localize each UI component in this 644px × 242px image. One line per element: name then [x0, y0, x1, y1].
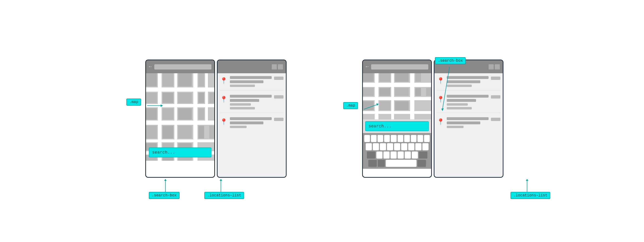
svg-rect-18 — [178, 93, 192, 103]
svg-rect-22 — [162, 108, 174, 120]
kb-key-space[interactable] — [386, 160, 416, 167]
map-area-1: search... — [146, 73, 214, 161]
loc-badge — [491, 118, 500, 121]
svg-rect-60 — [363, 101, 374, 110]
kb-key[interactable] — [376, 152, 382, 158]
map-svg-2 — [363, 73, 431, 119]
svg-rect-27 — [178, 126, 192, 138]
svg-rect-55 — [363, 88, 374, 96]
text-line — [230, 99, 259, 102]
locations-panel-1: 📍 📍 — [218, 73, 286, 178]
text-line — [230, 76, 272, 79]
kb-key-delete[interactable] — [419, 152, 427, 158]
kb-key[interactable] — [418, 135, 423, 142]
kb-key[interactable] — [398, 135, 403, 142]
list-item: 📍 — [437, 117, 500, 132]
kb-row-4 — [364, 160, 430, 167]
top-bar-icon-4 — [495, 64, 500, 70]
map-annotation-2: .map — [343, 102, 358, 109]
kb-row-2 — [364, 143, 430, 150]
pin-icon: 📍 — [437, 96, 444, 103]
svg-rect-15 — [198, 73, 204, 86]
list-item: 📍 — [220, 95, 284, 113]
top-bar-left-1: ← — [146, 60, 214, 73]
svg-rect-16 — [146, 93, 157, 103]
top-bar-left-2: ← — [363, 60, 431, 73]
pin-icon: 📍 — [220, 96, 228, 103]
pin-icon: 📍 — [437, 77, 444, 84]
kb-key[interactable] — [384, 135, 390, 142]
svg-rect-21 — [146, 108, 157, 120]
kb-key[interactable] — [404, 135, 410, 142]
text-line — [447, 95, 488, 98]
svg-rect-62 — [395, 101, 409, 110]
location-text-4 — [447, 76, 488, 87]
screens-row-1: ← — [145, 60, 286, 178]
main-container: .map ← — [0, 0, 644, 242]
kb-key[interactable] — [378, 135, 383, 142]
kb-key[interactable] — [411, 135, 416, 142]
search-input-1[interactable]: search... — [149, 148, 212, 158]
kb-key[interactable] — [384, 152, 390, 158]
text-line — [230, 126, 247, 128]
loc-badge — [274, 76, 284, 80]
kb-key[interactable] — [380, 143, 386, 150]
kb-key[interactable] — [391, 135, 396, 142]
svg-rect-12 — [146, 73, 157, 86]
kb-key[interactable] — [405, 152, 411, 158]
screens-row-2: ← — [362, 60, 504, 178]
location-text-5 — [447, 95, 488, 110]
text-line — [230, 117, 272, 120]
svg-rect-13 — [162, 73, 174, 86]
kb-key[interactable] — [387, 143, 393, 150]
searchbox-annotation-2: .search-box — [435, 57, 466, 64]
text-line — [447, 84, 472, 87]
diagram-1: .map ← — [126, 46, 301, 196]
kb-key[interactable] — [398, 152, 404, 158]
svg-rect-29 — [209, 126, 214, 138]
top-bar-icons-1 — [272, 64, 283, 70]
kb-key[interactable] — [394, 143, 400, 150]
top-bar-right-1 — [218, 60, 286, 73]
kb-key[interactable] — [408, 143, 414, 150]
search-box-2[interactable]: search... — [363, 119, 431, 133]
back-arrow-1: ← — [149, 64, 152, 70]
text-line — [230, 122, 264, 124]
svg-marker-37 — [164, 179, 166, 181]
locations-panel-2: 📍 📍 — [434, 73, 503, 178]
kb-key[interactable] — [366, 143, 372, 150]
kb-key[interactable] — [412, 152, 418, 158]
text-line — [230, 80, 264, 83]
kb-key[interactable] — [390, 152, 397, 158]
kb-row-3 — [364, 152, 430, 158]
kb-key[interactable] — [401, 143, 407, 150]
kb-key[interactable] — [422, 143, 428, 150]
kb-key[interactable] — [364, 135, 370, 142]
list-item: 📍 — [220, 117, 284, 132]
left-phone-screen-1: ← — [145, 60, 215, 178]
svg-rect-49 — [391, 73, 394, 119]
svg-rect-48 — [375, 73, 378, 119]
kb-key[interactable] — [371, 135, 376, 142]
kb-key[interactable] — [373, 143, 379, 150]
svg-rect-17 — [162, 93, 174, 103]
loc-badge — [274, 95, 284, 98]
keyboard-area — [363, 133, 431, 169]
kb-key[interactable] — [415, 143, 422, 150]
kb-key-return[interactable] — [418, 160, 426, 167]
search-box-1[interactable]: search... — [149, 148, 212, 158]
text-line — [447, 117, 488, 120]
svg-rect-5 — [146, 120, 214, 125]
svg-rect-6 — [146, 140, 214, 142]
kb-key[interactable] — [424, 135, 430, 142]
svg-rect-28 — [198, 126, 204, 138]
svg-rect-4 — [146, 104, 214, 107]
kb-key-shift[interactable] — [367, 152, 376, 158]
svg-rect-52 — [380, 73, 390, 82]
kb-key-numbers[interactable] — [368, 160, 377, 167]
kb-key-emoji[interactable] — [378, 160, 385, 167]
text-line — [230, 84, 255, 87]
svg-rect-53 — [395, 73, 409, 82]
svg-rect-45 — [363, 83, 431, 87]
search-input-2[interactable]: search... — [365, 121, 429, 131]
